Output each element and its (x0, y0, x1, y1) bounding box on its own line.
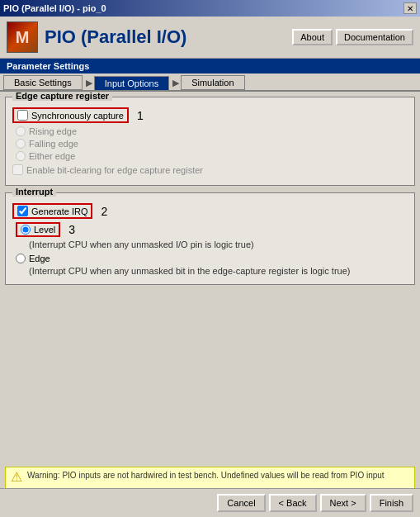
level-row: Level 3 (16, 222, 408, 237)
interrupt-group: Interrupt Generate IRQ 2 Level 3 (Interr… (5, 192, 415, 285)
back-button[interactable]: < Back (269, 494, 317, 512)
badge-1: 1 (137, 109, 144, 122)
window-title: PIO (Parallel I/O) - pio_0 (3, 3, 106, 13)
header-buttons: About Documentation (292, 29, 413, 45)
bit-clear-label: Enable bit-clearing for edge capture reg… (26, 165, 203, 175)
app-header: PIO (Parallel I/O) About Documentation (0, 17, 420, 59)
generate-irq-highlight: Generate IRQ (12, 203, 92, 219)
generate-irq-label: Generate IRQ (31, 206, 87, 216)
rising-edge-radio[interactable] (16, 126, 26, 136)
app-title: PIO (Parallel I/O) (45, 26, 186, 48)
generate-irq-row: Generate IRQ 2 (12, 203, 408, 219)
interrupt-content: Generate IRQ 2 Level 3 (Interrupt CPU wh… (12, 203, 408, 277)
bottom-bar: Cancel < Back Next > Finish (0, 488, 420, 517)
tab-basic-settings[interactable]: Basic Settings (3, 75, 83, 90)
bit-clear-checkbox[interactable] (12, 164, 23, 175)
rising-edge-row: Rising edge (16, 126, 408, 136)
falling-edge-row: Falling edge (16, 139, 408, 149)
level-label: Level (34, 225, 55, 235)
next-button[interactable]: Next > (320, 494, 366, 512)
close-button[interactable]: ✕ (403, 2, 417, 14)
badge-3: 3 (68, 223, 75, 236)
edge-irq-row: Edge (16, 254, 408, 263)
edge-label: Edge (29, 254, 50, 263)
app-title-area: PIO (Parallel I/O) (7, 21, 186, 53)
edge-description: (Interrupt CPU when any unmasked bit in … (29, 266, 408, 277)
interrupt-title: Interrupt (12, 187, 56, 197)
level-radio[interactable] (21, 225, 31, 235)
tab-simulation[interactable]: Simulation (181, 75, 244, 90)
either-edge-radio[interactable] (16, 151, 26, 161)
title-bar: PIO (Parallel I/O) - pio_0 ✕ (0, 0, 420, 17)
tab-arrow-2: ▶ (172, 78, 179, 88)
edge-radio[interactable] (16, 254, 26, 263)
tab-input-options[interactable]: Input Options (94, 76, 169, 90)
bit-clear-row: Enable bit-clearing for edge capture reg… (12, 164, 408, 175)
documentation-button[interactable]: Documentation (336, 29, 413, 45)
level-description: (Interrupt CPU when any unmasked I/O pin… (29, 240, 408, 251)
tab-arrow-1: ▶ (86, 78, 92, 88)
badge-2: 2 (101, 205, 107, 218)
rising-edge-label: Rising edge (29, 126, 77, 136)
generate-irq-checkbox[interactable] (17, 206, 28, 216)
tabs-bar: Basic Settings ▶ Input Options ▶ Simulat… (0, 74, 420, 92)
edge-capture-content: Synchronously capture 1 Rising edge Fall… (12, 107, 408, 175)
falling-edge-radio[interactable] (16, 139, 26, 149)
edge-capture-group: Edge capture register Synchronously capt… (5, 97, 415, 186)
parameter-settings-label: Parameter Settings (0, 59, 420, 74)
megacore-logo (7, 21, 38, 53)
finish-button[interactable]: Finish (370, 494, 413, 512)
sync-capture-highlight: Synchronously capture (12, 107, 129, 123)
level-highlight: Level (16, 222, 60, 237)
sync-capture-checkbox[interactable] (17, 110, 28, 121)
cancel-button[interactable]: Cancel (217, 494, 265, 512)
main-content: Edge capture register Synchronously capt… (0, 92, 420, 467)
warning-icon: ⚠ (11, 471, 22, 484)
warning-text: Warning: PIO inputs are not hardwired in… (27, 471, 385, 480)
either-edge-row: Either edge (16, 151, 408, 161)
either-edge-label: Either edge (29, 151, 75, 161)
falling-edge-label: Falling edge (29, 139, 78, 149)
sync-capture-row: Synchronously capture 1 (12, 107, 408, 123)
about-button[interactable]: About (292, 29, 333, 45)
sync-capture-label: Synchronously capture (31, 111, 124, 121)
edge-capture-title: Edge capture register (12, 92, 112, 101)
